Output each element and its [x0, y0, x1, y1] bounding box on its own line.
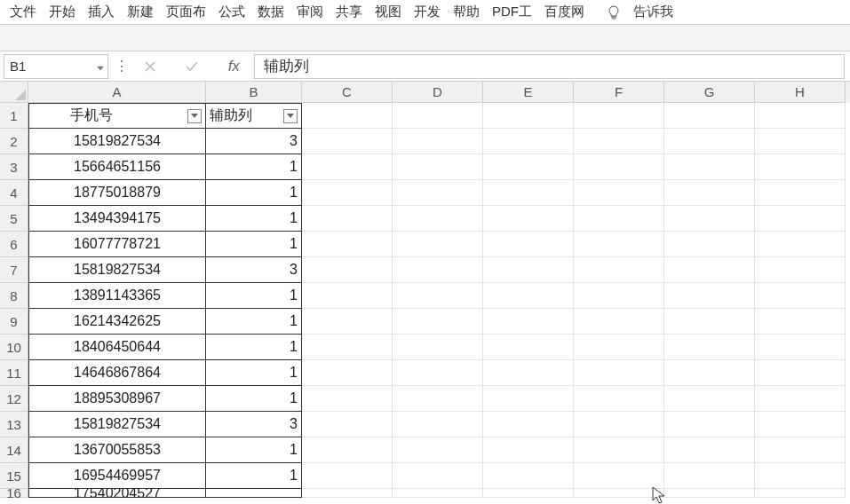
- cell-E12[interactable]: [483, 386, 574, 412]
- row-header-7[interactable]: 7: [0, 257, 28, 283]
- select-all-corner[interactable]: [0, 82, 28, 103]
- cancel-icon[interactable]: [144, 60, 156, 73]
- column-header-B[interactable]: B: [206, 82, 302, 103]
- cell-E5[interactable]: [483, 206, 574, 232]
- cell-A6[interactable]: 16077778721: [28, 232, 206, 257]
- row-header-1[interactable]: 1: [0, 103, 28, 129]
- cell-H14[interactable]: [755, 437, 846, 463]
- row-header-13[interactable]: 13: [0, 412, 28, 437]
- column-header-H[interactable]: H: [755, 82, 846, 103]
- cell-A11[interactable]: 14646867864: [28, 360, 206, 386]
- cell-H8[interactable]: [755, 283, 846, 309]
- formula-bar-expand[interactable]: ⋮: [114, 58, 130, 75]
- formula-input[interactable]: 辅助列: [254, 54, 845, 79]
- column-header-F[interactable]: F: [574, 82, 664, 103]
- cell-B11[interactable]: 1: [206, 360, 302, 386]
- cell-B7[interactable]: 3: [206, 257, 302, 283]
- cell-G7[interactable]: [664, 257, 755, 283]
- cell-A8[interactable]: 13891143365: [28, 283, 206, 309]
- row-header-14[interactable]: 14: [0, 437, 28, 463]
- cell-B10[interactable]: 1: [206, 335, 302, 360]
- cell-D14[interactable]: [393, 437, 483, 463]
- menu-baidu[interactable]: 百度网: [538, 1, 591, 23]
- cell-G8[interactable]: [664, 283, 755, 309]
- cell-C13[interactable]: [302, 412, 393, 437]
- menu-formula[interactable]: 公式: [212, 1, 251, 23]
- cell-F7[interactable]: [574, 257, 664, 283]
- cell-A15[interactable]: 16954469957: [28, 463, 206, 489]
- filter-button-B[interactable]: [283, 109, 298, 123]
- cell-E6[interactable]: [483, 232, 574, 257]
- row-header-9[interactable]: 9: [0, 309, 28, 335]
- menu-file[interactable]: 文件: [4, 1, 43, 23]
- cell-D4[interactable]: [393, 180, 483, 206]
- cell-D9[interactable]: [393, 309, 483, 335]
- cell-D1[interactable]: [393, 103, 483, 129]
- menu-insert[interactable]: 插入: [82, 1, 121, 23]
- cell-C7[interactable]: [302, 257, 393, 283]
- cell-C10[interactable]: [302, 335, 393, 360]
- cell-F10[interactable]: [574, 335, 664, 360]
- menu-home[interactable]: 开始: [43, 1, 82, 23]
- row-header-16[interactable]: 16: [0, 489, 28, 498]
- cell-E4[interactable]: [483, 180, 574, 206]
- cell-A7[interactable]: 15819827534: [28, 257, 206, 283]
- cell-A2[interactable]: 15819827534: [28, 129, 206, 154]
- cell-E15[interactable]: [483, 463, 574, 489]
- fx-icon[interactable]: fx: [228, 58, 240, 75]
- cell-B9[interactable]: 1: [206, 309, 302, 335]
- menu-review[interactable]: 审阅: [290, 1, 330, 23]
- cell-C1[interactable]: [302, 103, 393, 129]
- cell-G9[interactable]: [664, 309, 755, 335]
- cell-F5[interactable]: [574, 206, 664, 232]
- cell-H10[interactable]: [755, 335, 846, 360]
- cell-G15[interactable]: [664, 463, 755, 489]
- cell-H9[interactable]: [755, 309, 846, 335]
- row-header-15[interactable]: 15: [0, 463, 28, 489]
- cell-A13[interactable]: 15819827534: [28, 412, 206, 437]
- row-header-11[interactable]: 11: [0, 360, 28, 386]
- cell-A5[interactable]: 13494394175: [28, 206, 206, 232]
- cell-E2[interactable]: [483, 129, 574, 154]
- row-header-5[interactable]: 5: [0, 206, 28, 232]
- cell-C16[interactable]: [302, 489, 393, 498]
- cell-D7[interactable]: [393, 257, 483, 283]
- cell-F14[interactable]: [574, 437, 664, 463]
- cell-C12[interactable]: [302, 386, 393, 412]
- cell-F9[interactable]: [574, 309, 664, 335]
- column-header-A[interactable]: A: [28, 82, 206, 103]
- row-header-8[interactable]: 8: [0, 283, 28, 309]
- cell-H12[interactable]: [755, 386, 846, 412]
- cell-C4[interactable]: [302, 180, 393, 206]
- cell-B12[interactable]: 1: [206, 386, 302, 412]
- cell-G16[interactable]: [664, 489, 755, 498]
- cell-D3[interactable]: [393, 154, 483, 180]
- cell-D12[interactable]: [393, 386, 483, 412]
- cell-D13[interactable]: [393, 412, 483, 437]
- cell-E14[interactable]: [483, 437, 574, 463]
- cell-G14[interactable]: [664, 437, 755, 463]
- lightbulb-icon[interactable]: [603, 5, 624, 20]
- cell-D6[interactable]: [393, 232, 483, 257]
- cell-C6[interactable]: [302, 232, 393, 257]
- cell-E7[interactable]: [483, 257, 574, 283]
- cell-A3[interactable]: 15664651156: [28, 154, 206, 180]
- cell-G12[interactable]: [664, 386, 755, 412]
- row-header-2[interactable]: 2: [0, 129, 28, 154]
- name-box[interactable]: B1: [4, 54, 108, 79]
- cell-G10[interactable]: [664, 335, 755, 360]
- cell-D11[interactable]: [393, 360, 483, 386]
- tell-me[interactable]: 告诉我: [624, 1, 682, 23]
- cell-E8[interactable]: [483, 283, 574, 309]
- row-header-10[interactable]: 10: [0, 335, 28, 360]
- cell-B6[interactable]: 1: [206, 232, 302, 257]
- cell-A4[interactable]: 18775018879: [28, 180, 206, 206]
- cell-H3[interactable]: [755, 154, 846, 180]
- cell-F11[interactable]: [574, 360, 664, 386]
- cell-E10[interactable]: [483, 335, 574, 360]
- cell-H2[interactable]: [755, 129, 846, 154]
- column-header-E[interactable]: E: [483, 82, 574, 103]
- cell-G5[interactable]: [664, 206, 755, 232]
- cell-E3[interactable]: [483, 154, 574, 180]
- cell-D16[interactable]: [393, 489, 483, 498]
